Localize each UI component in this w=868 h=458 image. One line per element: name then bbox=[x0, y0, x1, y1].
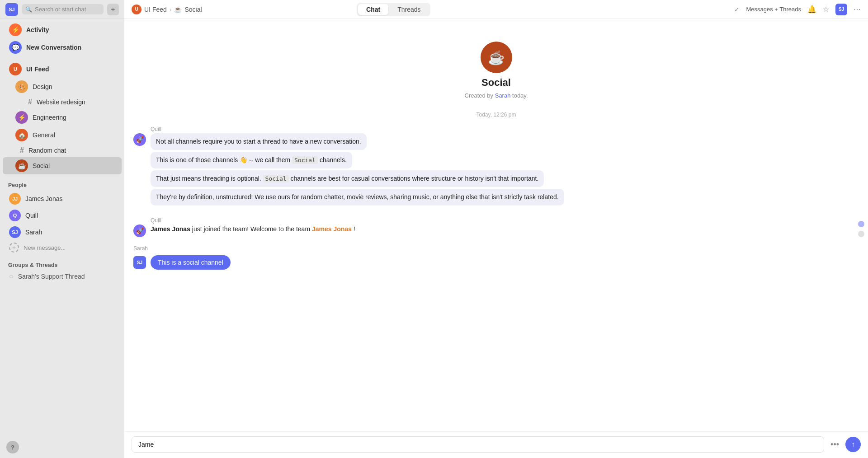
search-placeholder: Search or start chat bbox=[35, 6, 86, 13]
timestamp-divider: Today, 12:26 pm bbox=[124, 108, 868, 124]
quill-bot-avatar-1: 🚀 bbox=[133, 133, 146, 146]
quill-bot-avatar-2: 🚀 bbox=[133, 224, 146, 237]
more-options-icon[interactable]: ••• bbox=[829, 438, 841, 451]
design-label: Design bbox=[33, 83, 52, 90]
engineering-icon: ⚡ bbox=[15, 111, 28, 124]
sidebar-item-design[interactable]: 🎨 Design bbox=[3, 78, 122, 95]
random-chat-hash-icon: # bbox=[20, 146, 24, 154]
sidebar-bottom: ? bbox=[0, 436, 124, 458]
send-button[interactable]: ↑ bbox=[845, 437, 861, 452]
created-when: today. bbox=[512, 92, 528, 99]
msg-bubble-1: Not all channels require you to start a … bbox=[151, 133, 367, 150]
quill-sender-2: Quill bbox=[133, 217, 859, 224]
topbar-more-icon[interactable]: ⋯ bbox=[854, 5, 861, 14]
people-section: People JJ James Jonas Q Quill SJ Sarah +… bbox=[0, 177, 124, 257]
input-area: ••• ↑ bbox=[124, 431, 868, 458]
sarah-avatar: SJ bbox=[9, 226, 21, 238]
messages-threads-label: Messages + Threads bbox=[746, 6, 801, 13]
breadcrumb-channel-emoji: ☕ bbox=[174, 6, 182, 13]
james-label: James Jonas bbox=[25, 195, 62, 202]
breadcrumb-channel: Social bbox=[184, 6, 202, 13]
quill-avatar: Q bbox=[9, 210, 21, 221]
created-text: Created by bbox=[465, 92, 494, 99]
sidebar-item-social[interactable]: ☕ Social bbox=[3, 157, 122, 174]
hash-icon: # bbox=[28, 98, 32, 106]
search-bar[interactable]: 🔍 Search or start chat bbox=[22, 4, 104, 14]
new-message-label: New message... bbox=[24, 244, 66, 251]
msg-content-1: Not all channels require you to start a … bbox=[151, 133, 859, 207]
activity-icon: ⚡ bbox=[9, 23, 22, 36]
tab-chat[interactable]: Chat bbox=[358, 4, 388, 15]
message-input[interactable] bbox=[132, 436, 824, 453]
created-by-link[interactable]: Sarah bbox=[495, 92, 511, 99]
random-chat-label: Random chat bbox=[28, 147, 66, 154]
topbar-right: ✓ Messages + Threads 🔔 ☆ SJ ⋯ bbox=[734, 4, 861, 15]
sidebar-item-ui-feed[interactable]: U UI Feed bbox=[3, 61, 122, 78]
general-label: General bbox=[33, 131, 55, 139]
channel-name: Social bbox=[481, 77, 511, 89]
new-conversation-label: New Conversation bbox=[26, 44, 81, 51]
channel-created: Created by Sarah today. bbox=[465, 92, 528, 99]
sarah-message-section: Sarah SJ This is a social channel bbox=[124, 245, 868, 271]
general-icon: 🏠 bbox=[15, 129, 28, 141]
sidebar-item-random-chat[interactable]: # Random chat bbox=[3, 144, 122, 157]
ui-feed-label: UI Feed bbox=[26, 65, 49, 73]
sidebar: SJ 🔍 Search or start chat + ⚡ Activity 💬… bbox=[0, 0, 124, 458]
thread-label: Sarah's Support Thread bbox=[18, 273, 85, 280]
sidebar-item-activity[interactable]: ⚡ Activity bbox=[3, 21, 122, 38]
breadcrumb-feed-icon: U bbox=[132, 5, 142, 14]
sidebar-item-general[interactable]: 🏠 General bbox=[3, 126, 122, 144]
add-button[interactable]: + bbox=[107, 4, 119, 15]
sidebar-item-website-redesign[interactable]: # Website redesign bbox=[3, 96, 122, 108]
social-icon: ☕ bbox=[15, 159, 28, 172]
sidebar-item-james-jonas[interactable]: JJ James Jonas bbox=[3, 191, 122, 207]
sidebar-header: SJ 🔍 Search or start chat + bbox=[0, 0, 124, 19]
channel-icon: ☕ bbox=[488, 50, 505, 65]
quill-sender-1: Quill bbox=[133, 126, 859, 132]
james-avatar: JJ bbox=[9, 193, 21, 205]
engineering-label: Engineering bbox=[33, 114, 66, 121]
sidebar-item-new-conversation[interactable]: 💬 New Conversation bbox=[3, 39, 122, 56]
channel-header: ☕ Social Created by Sarah today. bbox=[124, 28, 868, 108]
message-row-2: 🚀 James Jonas just joined the team! Welc… bbox=[133, 224, 859, 237]
sidebar-item-engineering[interactable]: ⚡ Engineering bbox=[3, 109, 122, 126]
new-message-item[interactable]: + New message... bbox=[3, 241, 122, 254]
thread-icon: ○ bbox=[9, 272, 14, 280]
channel-avatar: ☕ bbox=[481, 42, 512, 73]
bell-icon[interactable]: 🔔 bbox=[807, 5, 816, 14]
people-header: People bbox=[0, 178, 124, 190]
website-redesign-label: Website redesign bbox=[37, 98, 85, 106]
breadcrumb: U UI Feed › ☕ Social bbox=[132, 5, 202, 14]
search-icon: 🔍 bbox=[25, 6, 32, 13]
star-icon[interactable]: ☆ bbox=[823, 5, 829, 14]
message-group-1: Quill 🚀 Not all channels require you to … bbox=[124, 124, 868, 211]
tab-threads[interactable]: Threads bbox=[389, 4, 429, 15]
sidebar-item-sarah[interactable]: SJ Sarah bbox=[3, 224, 122, 240]
right-indicators bbox=[858, 221, 864, 237]
activity-label: Activity bbox=[26, 26, 49, 33]
sidebar-activity-section: ⚡ Activity 💬 New Conversation bbox=[0, 19, 124, 58]
new-conversation-icon: 💬 bbox=[9, 41, 22, 54]
msg-content-2: James Jonas just joined the team! Welcom… bbox=[151, 224, 859, 234]
message-group-2: Quill 🚀 James Jonas just joined the team… bbox=[124, 215, 868, 241]
msg-bubble-4: They're by definition, unstructured! We … bbox=[151, 189, 564, 206]
sidebar-item-quill[interactable]: Q Quill bbox=[3, 207, 122, 224]
ui-feed-icon: U bbox=[9, 63, 22, 75]
msg-bubble-2: This is one of those channels 👋 -- we ca… bbox=[151, 152, 352, 168]
tab-group: Chat Threads bbox=[357, 3, 430, 16]
breadcrumb-separator: › bbox=[170, 6, 172, 13]
user-avatar[interactable]: SJ bbox=[5, 3, 18, 16]
sarah-bubble: This is a social channel bbox=[151, 255, 231, 270]
scroll-indicator-top bbox=[858, 221, 864, 227]
message-row-1: 🚀 Not all channels require you to start … bbox=[133, 133, 859, 207]
topbar-user-avatar[interactable]: SJ bbox=[835, 4, 847, 15]
groups-threads-section: Groups & Threads ○ Sarah's Support Threa… bbox=[0, 257, 124, 285]
msg-bubble-3: That just means threading is optional. S… bbox=[151, 170, 544, 187]
scroll-indicator-bottom bbox=[858, 231, 864, 237]
help-button[interactable]: ? bbox=[6, 441, 19, 453]
chat-area: ☕ Social Created by Sarah today. Today, … bbox=[124, 19, 868, 431]
sarah-msg-avatar: SJ bbox=[133, 256, 146, 269]
main-area: U UI Feed › ☕ Social Chat Threads ✓ Mess… bbox=[124, 0, 868, 458]
sidebar-item-sarahs-support-thread[interactable]: ○ Sarah's Support Thread bbox=[3, 271, 122, 282]
breadcrumb-feed: UI Feed bbox=[144, 6, 167, 13]
